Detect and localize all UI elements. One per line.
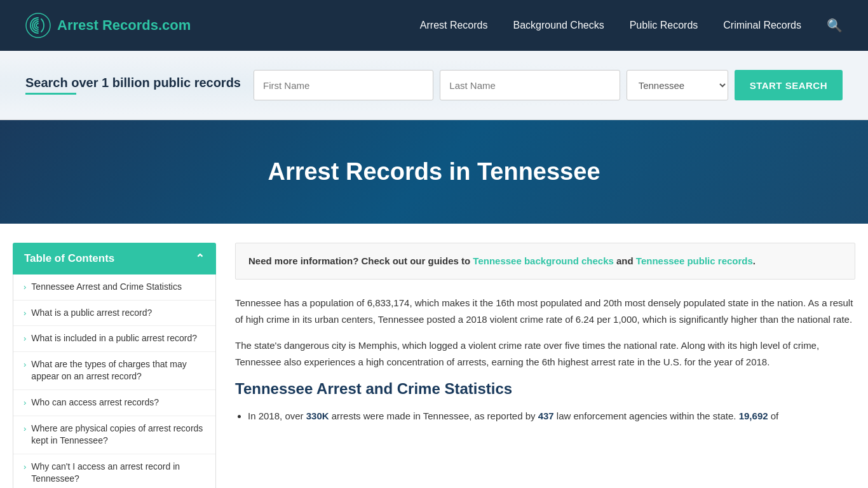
first-name-input[interactable]: [254, 70, 433, 100]
svg-point-0: [26, 13, 50, 37]
nav-arrest-records[interactable]: Arrest Records: [420, 20, 488, 31]
search-form: Select State AlabamaAlaskaArizona Arkans…: [254, 70, 843, 100]
toc-item-2[interactable]: › What is included in a public arrest re…: [13, 326, 215, 352]
main-nav: Arrest Records Background Checks Public …: [420, 18, 843, 33]
toc-item-0[interactable]: › Tennessee Arrest and Crime Statistics: [13, 274, 215, 301]
info-prefix: Need more information? Check out our gui…: [248, 255, 473, 266]
article-body: Tennessee has a population of 6,833,174,…: [235, 295, 855, 424]
last-name-input[interactable]: [440, 70, 620, 100]
info-box-text: Need more information? Check out our gui…: [248, 255, 756, 266]
tn-public-records-link[interactable]: Tennessee public records: [636, 255, 753, 266]
toc-item-label: What is included in a public arrest reco…: [31, 332, 197, 345]
toc-item-1[interactable]: › What is a public arrest record?: [13, 301, 215, 327]
stat-437: 437: [538, 410, 554, 421]
site-header: Arrest Records.com Arrest Records Backgr…: [0, 0, 868, 51]
chevron-right-icon: ›: [24, 461, 26, 473]
chevron-right-icon: ›: [24, 359, 26, 370]
stat-19692: 19,692: [739, 410, 768, 421]
stat-middle-text: arrests were made in Tennessee, as repor…: [329, 410, 538, 421]
intro-paragraph-2: The state's dangerous city is Memphis, w…: [235, 337, 855, 370]
search-icon[interactable]: 🔍: [827, 18, 843, 33]
statistics-list: In 2018, over 330K arrests were made in …: [235, 408, 855, 424]
info-box: Need more information? Check out our gui…: [235, 243, 855, 280]
toc-item-label: What is a public arrest record?: [31, 307, 152, 320]
hero-section: Arrest Records in Tennessee: [0, 120, 868, 224]
stat-end-text: law enforcement agencies within the stat…: [554, 410, 739, 421]
fingerprint-icon: [25, 13, 51, 38]
article: Need more information? Check out our gui…: [235, 243, 855, 435]
intro-paragraph-1: Tennessee has a population of 6,833,174,…: [235, 295, 855, 327]
toc-chevron-icon: ⌃: [195, 252, 205, 266]
info-middle: and: [614, 255, 636, 266]
main-content: Table of Contents ⌃ › Tennessee Arrest a…: [0, 224, 868, 488]
search-section: Search over 1 billion public records Sel…: [0, 51, 868, 120]
chevron-right-icon: ›: [24, 281, 26, 293]
start-search-button[interactable]: START SEARCH: [735, 70, 843, 100]
toc-item-label: Tennessee Arrest and Crime Statistics: [31, 281, 182, 294]
stat-of-text: of: [768, 410, 779, 421]
logo-brand: Arrest Records: [57, 17, 158, 33]
logo-tld: .com: [158, 17, 191, 33]
state-select[interactable]: Select State AlabamaAlaskaArizona Arkans…: [627, 70, 728, 100]
chevron-right-icon: ›: [24, 397, 26, 409]
page-title: Arrest Records in Tennessee: [25, 158, 843, 186]
stat-item-1: In 2018, over 330K arrests were made in …: [248, 408, 855, 424]
toc-item-3[interactable]: › What are the types of charges that may…: [13, 352, 215, 390]
section-title-statistics: Tennessee Arrest and Crime Statistics: [235, 380, 855, 398]
info-suffix: .: [753, 255, 756, 266]
nav-background-checks[interactable]: Background Checks: [513, 20, 604, 31]
toc-item-label: Why can't I access an arrest record in T…: [31, 461, 205, 485]
toc-list: › Tennessee Arrest and Crime Statistics …: [13, 274, 216, 488]
chevron-right-icon: ›: [24, 333, 26, 344]
nav-public-records[interactable]: Public Records: [630, 20, 698, 31]
stat-330k: 330K: [306, 410, 329, 421]
toc-item-5[interactable]: › Where are physical copies of arrest re…: [13, 416, 215, 454]
sidebar: Table of Contents ⌃ › Tennessee Arrest a…: [13, 243, 216, 488]
toc-item-label: What are the types of charges that may a…: [31, 358, 205, 383]
toc-header[interactable]: Table of Contents ⌃: [13, 243, 216, 274]
toc-item-4[interactable]: › Who can access arrest records?: [13, 390, 215, 416]
toc-item-label: Where are physical copies of arrest reco…: [31, 423, 205, 447]
search-tagline: Search over 1 billion public records: [25, 76, 241, 95]
chevron-right-icon: ›: [24, 423, 26, 435]
logo[interactable]: Arrest Records.com: [25, 13, 191, 38]
toc-title: Table of Contents: [24, 252, 114, 265]
stat-intro-text: In 2018, over: [248, 410, 306, 421]
logo-text: Arrest Records.com: [57, 17, 191, 34]
chevron-right-icon: ›: [24, 308, 26, 319]
tn-background-checks-link[interactable]: Tennessee background checks: [473, 255, 613, 266]
toc-item-6[interactable]: › Why can't I access an arrest record in…: [13, 454, 215, 488]
toc-item-label: Who can access arrest records?: [31, 396, 159, 409]
nav-criminal-records[interactable]: Criminal Records: [723, 20, 801, 31]
